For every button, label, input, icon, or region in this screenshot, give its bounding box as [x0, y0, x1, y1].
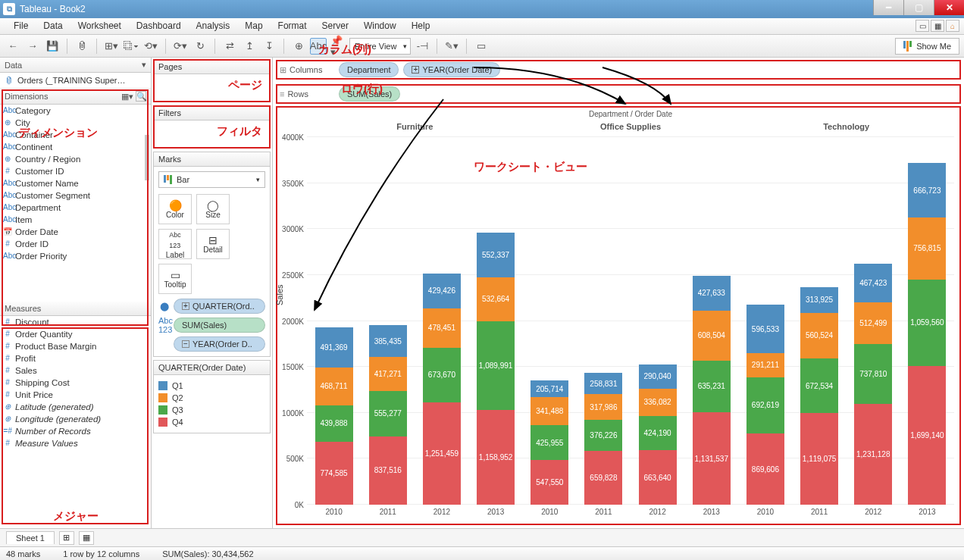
fix-axes-button[interactable]: -⊣	[414, 38, 430, 55]
clear-button[interactable]: ⟲▾	[142, 38, 159, 55]
detail-button[interactable]: ⊟Detail	[196, 229, 230, 259]
color-button[interactable]: 🟠Color	[158, 194, 192, 224]
fit-dropdown[interactable]: Entire View	[349, 38, 411, 55]
highlight-button[interactable]: ✎▾	[443, 38, 460, 55]
menu-format[interactable]: Format	[271, 18, 315, 34]
home-icon[interactable]: ⌂	[946, 20, 959, 32]
menu-data[interactable]: Data	[36, 18, 70, 34]
dimension-field[interactable]: AbcContainer	[0, 129, 151, 141]
shelf-pill[interactable]: Department	[339, 62, 399, 77]
bar[interactable]: 1,119,075672,534560,524313,925	[800, 137, 838, 505]
dimension-field[interactable]: AbcContinent	[0, 141, 151, 153]
forward-button[interactable]: →	[24, 38, 41, 55]
search-icon[interactable]: 🔍	[136, 91, 146, 102]
dimension-field[interactable]: AbcOrder Priority	[0, 250, 151, 262]
save-button[interactable]: 💾	[44, 38, 61, 55]
dimension-field[interactable]: ⊕City	[0, 117, 151, 129]
measure-field[interactable]: #Profit	[0, 352, 151, 364]
rows-shelf[interactable]: ≡Rows SUM(Sales)	[276, 84, 961, 104]
worksheet-view[interactable]: ワークシート・ビュー Department / Order Date Furni…	[276, 106, 961, 525]
minimize-button[interactable]: ━	[873, 0, 903, 15]
new-dashboard-icon[interactable]: ▦	[79, 531, 94, 545]
datasource-row[interactable]: 🛢 Orders (_TRAINING Super…	[0, 73, 151, 89]
dimension-field[interactable]: #Order ID	[0, 238, 151, 250]
connect-data-button[interactable]: 🛢	[74, 38, 90, 55]
dimension-field[interactable]: ⊕Country / Region	[0, 153, 151, 165]
menu-help[interactable]: Help	[404, 18, 438, 34]
measure-field[interactable]: #Shipping Cost	[0, 377, 151, 389]
group-button[interactable]: ⊕	[290, 38, 307, 55]
auto-update-button[interactable]: ⟳▾	[172, 38, 189, 55]
show-me-button[interactable]: Show Me	[895, 38, 959, 55]
dimension-field[interactable]: AbcCategory	[0, 105, 151, 117]
dimension-field[interactable]: 📅Order Date	[0, 226, 151, 238]
legend-item[interactable]: Q1	[158, 380, 265, 392]
close-button[interactable]: ✕	[934, 0, 964, 15]
sort-asc-button[interactable]: ↥	[241, 38, 258, 55]
columns-shelf[interactable]: ⊞Columns Department+YEAR(Order Date)	[276, 60, 961, 80]
dimension-field[interactable]: AbcCustomer Name	[0, 177, 151, 189]
measure-field[interactable]: #Discount	[0, 316, 151, 328]
pin-button[interactable]: 📌▾	[330, 38, 346, 55]
menu-server[interactable]: Server	[315, 18, 356, 34]
back-button[interactable]: ←	[5, 38, 21, 55]
labels-button[interactable]: Abc	[310, 38, 327, 55]
run-button[interactable]: ↻	[192, 38, 208, 55]
bar[interactable]: 774,585439,888468,711491,369	[315, 137, 353, 505]
filters-card[interactable]: Filters フィルタ	[153, 105, 271, 149]
legend-item[interactable]: Q3	[158, 404, 265, 416]
new-sheet-icon[interactable]: ⊞	[59, 531, 74, 545]
legend-item[interactable]: Q2	[158, 392, 265, 404]
menu-window[interactable]: Window	[356, 18, 404, 34]
dim-options-icon[interactable]: ▦▾	[121, 92, 133, 101]
label-button[interactable]: Abc123Label	[158, 229, 192, 259]
bar[interactable]: 663,640424,190336,082290,040	[639, 137, 677, 505]
measure-field[interactable]: ⊕Longitude (generated)	[0, 413, 151, 425]
new-worksheet-button[interactable]: ⊞▾	[103, 38, 120, 55]
measure-field[interactable]: #Measure Values	[0, 437, 151, 449]
bar[interactable]: 547,550425,955341,488205,714	[531, 137, 568, 505]
shelf-pill[interactable]: SUM(Sales)	[339, 86, 400, 102]
menu-worksheet[interactable]: Worksheet	[70, 18, 129, 34]
bar[interactable]: 869,606692,619291,211596,533	[746, 137, 784, 505]
shelf-pill[interactable]: +YEAR(Order Date)	[403, 62, 500, 77]
bar[interactable]: 837,516555,277417,271385,435	[369, 137, 407, 505]
bar[interactable]: 1,131,537635,231608,504427,633	[693, 137, 731, 505]
presentation-icon[interactable]: ▭	[915, 20, 929, 32]
mark-pill[interactable]: −YEAR(Order D..	[174, 336, 265, 352]
menu-file[interactable]: File	[6, 18, 36, 34]
mark-type-dropdown[interactable]: Bar	[158, 171, 265, 188]
bar[interactable]: 1,231,128737,810512,499467,423	[854, 137, 892, 505]
bar[interactable]: 659,828376,226317,986258,831	[584, 137, 622, 505]
measure-field[interactable]: #Order Quantity	[0, 328, 151, 340]
duplicate-button[interactable]: ⿻▾	[123, 38, 139, 55]
maximize-button[interactable]: ▢	[903, 0, 934, 15]
dimension-field[interactable]: AbcItem	[0, 214, 151, 226]
legend-item[interactable]: Q4	[158, 416, 265, 428]
dimension-field[interactable]: #Customer ID	[0, 165, 151, 177]
pages-card[interactable]: Pages ページ	[153, 59, 271, 102]
menu-analysis[interactable]: Analysis	[189, 18, 238, 34]
measure-field[interactable]: #Product Base Margin	[0, 340, 151, 352]
sheet-tab[interactable]: Sheet 1	[6, 531, 55, 544]
tooltip-button[interactable]: ▭Tooltip	[158, 264, 192, 294]
mark-pill[interactable]: SUM(Sales)	[174, 318, 265, 333]
bar[interactable]: 1,699,1401,059,560756,815666,723	[908, 137, 946, 505]
dimension-field[interactable]: AbcDepartment	[0, 202, 151, 214]
mark-pill[interactable]: +QUARTER(Ord..	[174, 299, 265, 314]
measure-field[interactable]: #Unit Price	[0, 389, 151, 401]
presentation-mode-button[interactable]: ▭	[473, 38, 490, 55]
bar[interactable]: 1,251,459673,670478,451429,426	[423, 137, 461, 505]
swap-button[interactable]: ⇄	[221, 38, 238, 55]
dimension-field[interactable]: AbcCustomer Segment	[0, 189, 151, 202]
cards-icon[interactable]: ▦	[931, 20, 944, 32]
measure-field[interactable]: #Sales	[0, 364, 151, 377]
measure-field[interactable]: ⊕Latitude (generated)	[0, 401, 151, 413]
menu-dashboard[interactable]: Dashboard	[129, 18, 189, 34]
menu-map[interactable]: Map	[237, 18, 270, 34]
measure-field[interactable]: =#Number of Records	[0, 425, 151, 437]
bar[interactable]: 1,158,9521,089,991532,664552,337	[477, 137, 515, 505]
sort-desc-button[interactable]: ↧	[261, 38, 277, 55]
bar-segment: 756,815	[908, 217, 946, 280]
size-button[interactable]: ◯Size	[196, 194, 230, 224]
